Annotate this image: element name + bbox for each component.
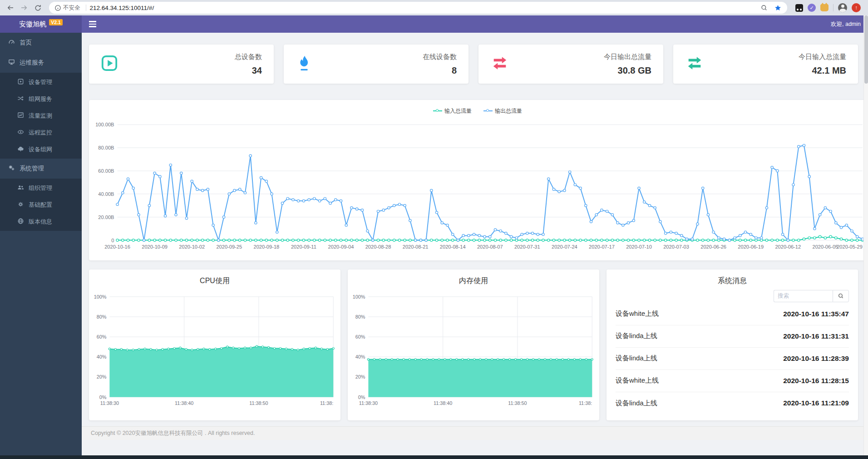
app-logo: 安徽旭帆 V2.1 — [0, 15, 82, 33]
svg-text:2020-08-28: 2020-08-28 — [365, 244, 391, 249]
sidebar-subitem-1-1[interactable]: 组网服务 — [0, 90, 82, 107]
svg-text:2020-10-09: 2020-10-09 — [142, 244, 168, 249]
svg-text:2020-09-25: 2020-09-25 — [216, 244, 242, 249]
gauge-icon — [8, 39, 15, 47]
reload-icon — [34, 4, 42, 12]
stat-value: 30.8 GB — [604, 65, 651, 76]
svg-text:100%: 100% — [94, 294, 107, 299]
sidebar-subitem-1-3[interactable]: 远程监控 — [0, 124, 82, 141]
svg-text:2020-09-18: 2020-09-18 — [253, 244, 279, 249]
svg-text:40.00B: 40.00B — [98, 191, 114, 197]
page-scrollbar-track[interactable] — [863, 15, 868, 455]
legend-label: 输入总流量 — [444, 107, 472, 115]
extension-check-icon[interactable]: ✓ — [808, 4, 816, 12]
sidebar-item-1[interactable]: 运维服务 — [0, 53, 82, 73]
svg-text:11:38:: 11:38: — [579, 400, 592, 406]
legend-item-1[interactable]: 输出总流量 — [483, 107, 522, 115]
sidebar: 首页运维服务设备管理组网服务流量监测远程监控设备组网系统管理组织管理基础配置版本… — [0, 33, 82, 455]
svg-text:2020-09-04: 2020-09-04 — [328, 244, 354, 249]
sidebar-subitem-1-0[interactable]: 设备管理 — [0, 74, 82, 90]
message-search-button[interactable] — [833, 290, 849, 302]
sidebar-subitem-label: 组织管理 — [29, 184, 52, 192]
svg-text:2020-06-05: 2020-06-05 — [812, 244, 838, 249]
sidebar-item-label: 系统管理 — [20, 165, 44, 173]
svg-text:40%: 40% — [355, 354, 365, 359]
sidebar-item-0[interactable]: 首页 — [0, 33, 82, 53]
svg-text:80.00B: 80.00B — [98, 145, 114, 150]
svg-text:2020-06-12: 2020-06-12 — [775, 244, 801, 249]
legend-item-0[interactable]: 输入总流量 — [433, 107, 472, 115]
sidebar-subitem-2-0[interactable]: 组织管理 — [0, 180, 82, 196]
message-row-3: 设备white上线2020-10-16 11:28:15 — [616, 370, 849, 392]
cpu-usage-chart[interactable]: 0%20%40%60%80%100%11:38:3011:38:4011:38:… — [89, 286, 340, 413]
svg-text:100.00B: 100.00B — [95, 122, 114, 127]
sidebar-subitem-2-1[interactable]: 基础配置 — [0, 196, 82, 213]
stat-value: 8 — [423, 65, 457, 76]
sidebar-subitem-label: 版本信息 — [29, 218, 52, 226]
sidebar-item-label: 首页 — [20, 39, 32, 47]
message-row-1: 设备linda上线2020-10-16 11:31:31 — [616, 325, 849, 348]
browser-forward-button[interactable] — [18, 2, 30, 14]
exchange-icon — [685, 55, 704, 74]
bottom-panels-row: CPU使用 0%20%40%60%80%100%11:38:3011:38:40… — [89, 269, 858, 420]
svg-text:11:38:50: 11:38:50 — [249, 400, 268, 406]
sidebar-subitem-label: 设备组网 — [29, 145, 52, 154]
stat-label: 总设备数 — [235, 53, 262, 61]
play-square-icon — [17, 78, 24, 86]
security-label: 不安全 — [63, 4, 80, 12]
svg-text:11:38:: 11:38: — [320, 400, 333, 406]
stat-card-3: 今日输入总流量42.1 MB — [673, 45, 858, 84]
message-text: 设备linda上线 — [616, 354, 657, 363]
svg-text:2020-08-14: 2020-08-14 — [440, 244, 466, 249]
sidebar-subitem-label: 远程监控 — [29, 129, 52, 137]
sidebar-subitem-label: 基础配置 — [29, 201, 52, 209]
message-text: 设备white上线 — [616, 309, 659, 318]
message-search-row — [607, 286, 858, 303]
svg-text:11:38:30: 11:38:30 — [100, 400, 119, 406]
info-icon[interactable] — [54, 5, 61, 11]
bookmark-star-icon[interactable] — [774, 4, 782, 12]
browser-reload-button[interactable] — [32, 2, 44, 14]
messages-panel: 系统消息 设备white上线2020-10-16 11:35:47设备linda… — [607, 269, 858, 420]
message-timestamp: 2020-10-16 11:21:09 — [783, 399, 849, 407]
desktop-icon — [8, 59, 15, 67]
browser-profile-avatar[interactable] — [838, 3, 847, 12]
sidebar-subitem-2-2[interactable]: 版本信息 — [0, 213, 82, 230]
browser-update-icon[interactable]: ↑ — [852, 3, 861, 12]
eye-icon — [17, 129, 24, 137]
traffic-history-chart[interactable]: 020.00B40.00B60.00B80.00B100.00B2020-10-… — [90, 115, 865, 259]
sidebar-subitem-1-4[interactable]: 设备组网 — [0, 141, 82, 158]
svg-text:20%: 20% — [97, 374, 107, 379]
stat-cards-row: 总设备数34在线设备数8今日输出总流量30.8 GB今日输入总流量42.1 MB — [89, 45, 858, 84]
svg-text:2020-07-24: 2020-07-24 — [552, 244, 577, 249]
sidebar-item-2[interactable]: 系统管理 — [0, 159, 82, 179]
sidebar-subitem-1-2[interactable]: 流量监测 — [0, 107, 82, 124]
url-text[interactable]: 212.64.34.125:10011/#/ — [90, 5, 761, 11]
legend-line-marker — [433, 110, 442, 111]
chart-line-icon — [17, 112, 24, 120]
address-bar[interactable]: 不安全 212.64.34.125:10011/#/ — [49, 2, 787, 14]
cpu-panel: CPU使用 0%20%40%60%80%100%11:38:3011:38:40… — [89, 269, 340, 420]
legend-line-marker — [483, 110, 493, 111]
back-arrow-icon — [6, 4, 15, 12]
message-row-2: 设备linda上线2020-10-16 11:28:39 — [616, 348, 849, 370]
extensions-area: ✓ ↑ — [793, 3, 863, 12]
page-scrollbar-thumb[interactable] — [864, 15, 868, 84]
extension-icon[interactable] — [795, 4, 803, 12]
sidebar-subitem-label: 组网服务 — [29, 95, 52, 103]
memory-usage-chart[interactable]: 0%20%40%60%80%100%11:38:3011:38:4011:38:… — [348, 286, 599, 413]
stat-value: 42.1 MB — [799, 65, 846, 76]
message-search-input[interactable] — [774, 290, 833, 302]
shuffle-icon — [17, 95, 24, 103]
browser-back-button[interactable] — [5, 2, 16, 14]
tampermonkey-cat-icon[interactable] — [820, 4, 829, 11]
main-content: 总设备数34在线设备数8今日输出总流量30.8 GB今日输入总流量42.1 MB… — [82, 33, 868, 455]
brand-name: 安徽旭帆 — [19, 20, 46, 29]
search-icon — [838, 293, 844, 299]
svg-text:11:38:50: 11:38:50 — [508, 400, 527, 406]
stat-value: 34 — [235, 65, 262, 76]
cloud-upload-icon — [17, 145, 24, 154]
search-zoom-icon[interactable] — [760, 4, 768, 11]
sidebar-toggle-button[interactable] — [89, 21, 96, 27]
app-header: 安徽旭帆 V2.1 欢迎, admin — [0, 15, 868, 33]
